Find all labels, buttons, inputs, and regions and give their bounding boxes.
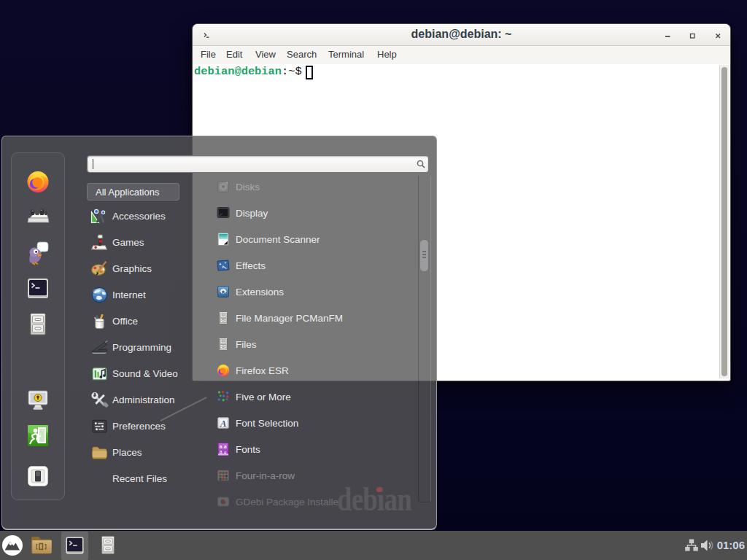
svg-text:a: a [224,449,227,455]
svg-text:A: A [220,418,227,429]
svg-text:a: a [220,449,222,454]
